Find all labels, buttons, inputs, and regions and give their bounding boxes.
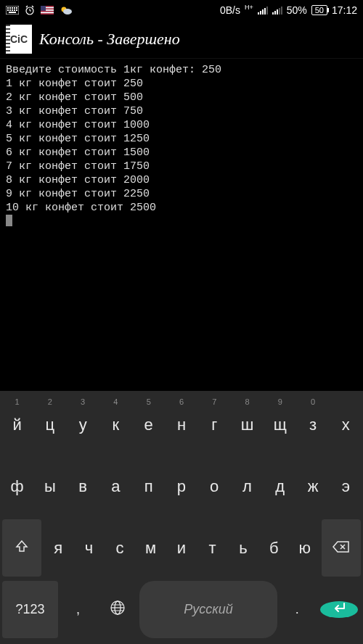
console-line: 3 кг конфет стоит 750 (6, 104, 357, 118)
app-title: Консоль - Завершено (39, 30, 180, 49)
key-letter[interactable]: 6н (166, 396, 196, 453)
alarm-icon (25, 5, 35, 15)
keyboard-row-4: ?123 , Русский . (2, 579, 361, 640)
svg-rect-18 (46, 6, 54, 7)
svg-line-16 (32, 6, 33, 7)
svg-rect-7 (9, 9, 11, 11)
svg-rect-23 (46, 9, 54, 11)
svg-rect-36 (281, 7, 282, 15)
key-letter[interactable]: ь (229, 519, 257, 577)
console-line: 9 кг конфет стоит 2250 (6, 187, 357, 201)
svg-rect-5 (16, 7, 17, 9)
key-letter[interactable]: ю (291, 519, 319, 577)
key-letter[interactable]: 9щ (265, 396, 295, 453)
language-key[interactable] (98, 581, 136, 638)
svg-rect-1 (7, 7, 9, 9)
console-line: 6 кг конфет стоит 1500 (6, 146, 357, 160)
enter-key[interactable] (320, 601, 358, 618)
console-line: 7 кг конфет стоит 1750 (6, 160, 357, 173)
key-letter[interactable]: ф (2, 458, 32, 515)
key-letter[interactable]: 1й (2, 396, 32, 453)
key-letter[interactable]: д (265, 458, 295, 515)
backspace-key[interactable] (322, 519, 361, 577)
svg-point-26 (63, 9, 72, 15)
signal-icon-2 (272, 6, 282, 15)
svg-rect-28 (260, 11, 261, 15)
battery-percent: 50% (287, 4, 307, 16)
key-letter[interactable]: 2ц (35, 396, 65, 453)
key-letter[interactable]: 4к (101, 396, 131, 453)
comma-key[interactable]: , (61, 581, 95, 638)
svg-rect-30 (264, 8, 266, 15)
svg-rect-10 (16, 9, 17, 11)
console-prompt: Введите стоимость 1кг конфет: 250 (6, 63, 357, 77)
key-letter[interactable]: в (68, 458, 98, 515)
svg-rect-21 (41, 13, 54, 15)
symbols-key[interactable]: ?123 (2, 581, 58, 638)
weather-icon (60, 5, 73, 15)
shift-key[interactable] (2, 519, 41, 577)
space-key[interactable]: Русский (139, 581, 277, 638)
key-letter[interactable]: б (260, 519, 287, 577)
app-icon[interactable]: CiC (6, 25, 32, 54)
clock: 17:12 (332, 4, 357, 16)
svg-rect-27 (258, 12, 259, 15)
svg-rect-9 (14, 9, 15, 11)
key-letter[interactable]: л (232, 458, 262, 515)
svg-rect-20 (41, 11, 54, 12)
period-key[interactable]: . (280, 581, 314, 638)
flag-icon (41, 6, 54, 15)
svg-rect-11 (9, 12, 16, 13)
key-letter[interactable]: э (331, 458, 361, 515)
svg-rect-2 (9, 7, 11, 9)
svg-rect-19 (46, 8, 54, 9)
keyboard-row-3: я ч с м и т ь б ю (2, 517, 361, 579)
key-letter[interactable]: и (168, 519, 195, 577)
status-left (6, 5, 73, 15)
svg-rect-24 (41, 12, 54, 14)
console-line: 4 кг конфет стоит 1000 (6, 118, 357, 132)
key-letter[interactable]: я (44, 519, 72, 577)
key-letter[interactable]: т (198, 519, 226, 577)
svg-rect-8 (12, 9, 13, 11)
globe-icon (110, 600, 126, 619)
svg-rect-6 (7, 9, 9, 11)
signal-icon-1 (258, 6, 268, 15)
console-line: 10 кг конфет стоит 2500 (6, 201, 357, 215)
key-letter[interactable]: 8ш (232, 396, 262, 453)
app-header: CiC Консоль - Завершено (0, 20, 363, 58)
svg-rect-4 (14, 7, 15, 9)
data-speed: 0B/s (220, 4, 240, 16)
key-letter[interactable]: ы (35, 458, 65, 515)
key-letter[interactable]: ч (75, 519, 102, 577)
key-letter[interactable]: 5е (134, 396, 163, 453)
console-line: 2 кг конфет стоит 500 (6, 91, 357, 104)
key-letter[interactable]: п (134, 458, 163, 515)
status-right: 0B/s H+ 50% 50 17:12 (220, 4, 357, 16)
svg-rect-29 (262, 9, 264, 15)
console-output[interactable]: Введите стоимость 1кг конфет: 250 1 кг к… (0, 59, 363, 391)
key-letter[interactable]: ж (298, 458, 327, 515)
key-letter[interactable]: 3у (68, 396, 98, 453)
status-bar: 0B/s H+ 50% 50 17:12 (0, 0, 363, 20)
keyboard: 1й 2ц 3у 4к 5е 6н 7г 8ш 9щ 0з х ф ы в а … (0, 391, 363, 644)
console-line: 8 кг конфет стоит 2000 (6, 173, 357, 187)
app-icon-text: CiC (10, 33, 28, 45)
shift-icon (15, 539, 29, 558)
svg-rect-33 (274, 11, 276, 15)
battery-icon: 50 (311, 5, 327, 15)
console-line: 5 кг конфет стоит 1250 (6, 132, 357, 146)
svg-rect-35 (279, 8, 280, 15)
key-letter[interactable]: с (106, 519, 134, 577)
key-letter[interactable]: р (166, 458, 196, 515)
svg-rect-22 (46, 7, 54, 9)
svg-rect-32 (272, 12, 274, 15)
key-letter[interactable]: 7г (200, 396, 229, 453)
key-letter[interactable]: а (101, 458, 131, 515)
key-letter[interactable]: о (200, 458, 229, 515)
key-letter[interactable]: х (331, 396, 361, 453)
key-letter[interactable]: 0з (298, 396, 327, 453)
enter-icon (331, 601, 347, 618)
svg-rect-3 (12, 7, 13, 9)
key-letter[interactable]: м (136, 519, 164, 577)
